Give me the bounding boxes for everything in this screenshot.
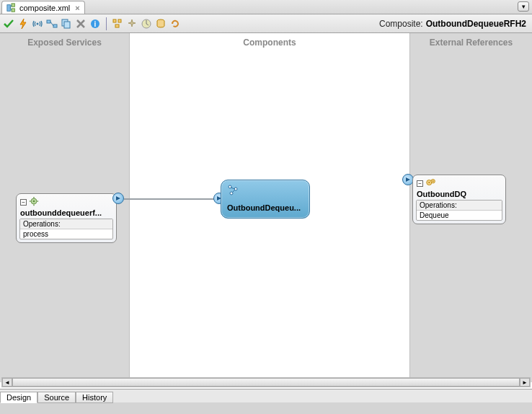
svg-point-5 bbox=[37, 22, 39, 25]
sparkle-icon[interactable] bbox=[126, 18, 138, 30]
delete-icon[interactable] bbox=[75, 18, 87, 30]
db-icon[interactable] bbox=[155, 18, 167, 30]
svg-point-29 bbox=[433, 180, 434, 182]
svg-rect-14 bbox=[115, 25, 119, 27]
composite-name: OutboundDequeueRFH2 bbox=[426, 19, 526, 29]
composite-label: Composite: bbox=[379, 19, 423, 29]
reference-card[interactable]: − OutboundDQ Operations: Dequeue bbox=[412, 175, 506, 224]
svg-rect-6 bbox=[47, 20, 50, 23]
refresh-icon[interactable] bbox=[169, 18, 181, 30]
wire-service-to-component[interactable] bbox=[124, 198, 221, 200]
collapse-toggle-icon[interactable]: − bbox=[20, 199, 27, 206]
service-output-port[interactable] bbox=[112, 193, 124, 204]
editor-tab-bar: composite.xml × ▾ bbox=[0, 0, 532, 14]
tab-source[interactable]: Source bbox=[37, 392, 76, 403]
svg-rect-9 bbox=[64, 22, 70, 28]
service-title: outbounddequeuerf... bbox=[17, 208, 116, 219]
svg-rect-12 bbox=[113, 19, 116, 22]
tab-design[interactable]: Design bbox=[0, 392, 37, 403]
lane-header-center: Components bbox=[130, 38, 409, 48]
scroll-left-arrow[interactable]: ◄ bbox=[2, 378, 12, 387]
scroll-thumb[interactable] bbox=[12, 378, 520, 387]
lane-header-left: Exposed Services bbox=[0, 38, 129, 48]
info-icon[interactable]: i bbox=[89, 18, 101, 30]
validate-icon[interactable] bbox=[3, 18, 14, 30]
bpel-process-icon bbox=[227, 185, 239, 196]
svg-point-28 bbox=[428, 182, 430, 183]
copy-icon[interactable] bbox=[61, 18, 72, 30]
lightning-icon[interactable] bbox=[17, 18, 29, 30]
svg-rect-7 bbox=[53, 25, 57, 27]
toolbar-separator bbox=[106, 17, 107, 30]
reference-operation[interactable]: Dequeue bbox=[417, 211, 502, 220]
close-tab-icon[interactable]: × bbox=[75, 4, 79, 12]
service-operations-header: Operations: bbox=[20, 219, 112, 229]
scroll-track[interactable] bbox=[12, 378, 520, 387]
wire-icon[interactable] bbox=[46, 18, 58, 30]
horizontal-scrollbar[interactable]: ◄ ► bbox=[1, 377, 531, 387]
service-operation[interactable]: process bbox=[20, 229, 112, 239]
antenna-icon[interactable] bbox=[32, 18, 43, 30]
svg-rect-0 bbox=[7, 4, 10, 11]
svg-rect-2 bbox=[12, 8, 14, 11]
service-card[interactable]: − outbounddequeuerf... Operations: proce… bbox=[16, 193, 117, 243]
lane-header-right: External References bbox=[410, 38, 532, 48]
editor-toolbar: i Composite: OutboundDequeueRFH2 bbox=[0, 14, 532, 33]
component-node[interactable]: OutboundDequeu... bbox=[221, 180, 310, 219]
tab-menu-button[interactable]: ▾ bbox=[518, 1, 529, 12]
gear-icon bbox=[29, 196, 39, 208]
gather-icon[interactable] bbox=[112, 18, 123, 30]
reference-operations-header: Operations: bbox=[417, 201, 502, 211]
svg-point-18 bbox=[33, 201, 35, 203]
svg-text:i: i bbox=[94, 20, 97, 28]
editor-tab-composite[interactable]: composite.xml × bbox=[1, 1, 85, 14]
business-rule-icon[interactable] bbox=[141, 18, 152, 30]
editor-tab-label: composite.xml bbox=[19, 4, 70, 12]
composite-canvas[interactable]: Exposed Services Components External Ref… bbox=[0, 33, 532, 389]
reference-title: OutboundDQ bbox=[413, 190, 505, 200]
composite-file-icon bbox=[6, 3, 17, 13]
tab-history[interactable]: History bbox=[76, 392, 113, 403]
bottom-tab-bar: Design Source History bbox=[0, 389, 532, 402]
scroll-right-arrow[interactable]: ► bbox=[520, 378, 530, 387]
svg-rect-1 bbox=[12, 3, 14, 6]
gear-group-icon bbox=[425, 177, 437, 189]
collapse-toggle-icon[interactable]: − bbox=[417, 180, 423, 187]
svg-rect-13 bbox=[118, 19, 121, 22]
component-label: OutboundDequeu... bbox=[227, 203, 305, 212]
